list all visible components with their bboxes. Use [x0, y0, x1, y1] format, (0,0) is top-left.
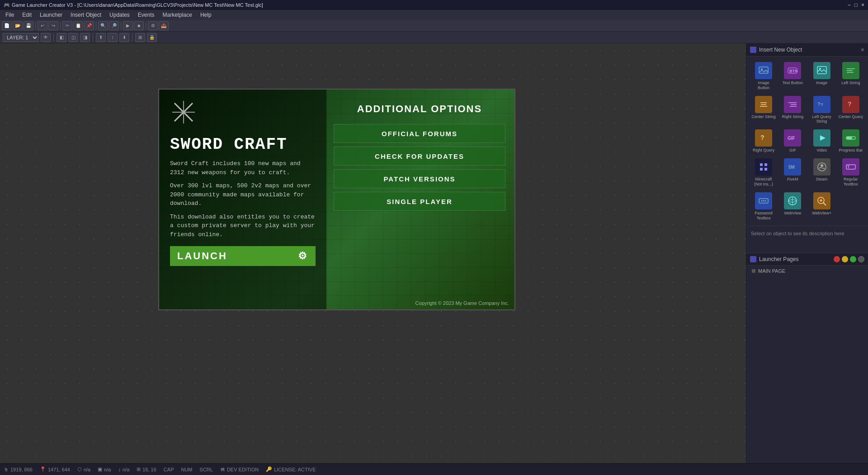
canvas-area[interactable]: SWORD CRAFT Sword Craft includes 100 new… [0, 43, 746, 463]
check-updates-button[interactable]: CHECK FOR UPDATES [334, 147, 505, 166]
password-textbox-icon [755, 192, 772, 209]
layer-select[interactable]: LAYER: 1 [3, 33, 39, 42]
launch-button[interactable]: LAUNCH ⚙ [170, 246, 316, 266]
align-center[interactable]: ◫ [68, 33, 78, 42]
svg-point-33 [821, 164, 823, 167]
obj-text-button[interactable]: BTN Text Button [779, 60, 806, 92]
align-left[interactable]: ◧ [57, 33, 66, 42]
page-main-label: MAIN PAGE [758, 268, 785, 274]
obj-left-query-string[interactable]: ?≡ Left Query String [808, 94, 835, 126]
toolbar-settings[interactable]: ⚙ [148, 21, 158, 30]
status-cursor-icon: 🖱 [4, 467, 9, 472]
obj-webview[interactable]: WebView [779, 190, 806, 223]
gif-label: GIF [789, 148, 796, 153]
obj-password-textbox[interactable]: Password Textbox [750, 190, 777, 223]
single-player-button[interactable]: SINGLE PLAYER [334, 192, 505, 211]
menu-marketplace[interactable]: Marketplace [159, 11, 196, 19]
svg-rect-30 [764, 168, 767, 171]
obj-webview-plus[interactable]: WebView+ [808, 190, 835, 223]
status-coords2: 1471, 644 [48, 467, 70, 472]
align-middle[interactable]: ↕ [108, 33, 118, 42]
obj-image[interactable]: Image [808, 60, 835, 92]
launcher-logo [170, 99, 316, 130]
lock[interactable]: 🔒 [147, 33, 157, 42]
launcher-preview[interactable]: SWORD CRAFT Sword Craft includes 100 new… [158, 89, 515, 310]
toolbar-undo[interactable]: ↩ [38, 21, 47, 30]
obj-right-string[interactable]: Right String [779, 94, 806, 126]
lp-ctrl-gray[interactable] [858, 256, 864, 262]
right-panel: Insert New Object × ImageButton [746, 43, 868, 463]
lp-ctrl-green[interactable] [850, 256, 856, 262]
menu-launcher[interactable]: Launcher [36, 11, 66, 19]
toolbar-save[interactable]: 💾 [24, 21, 33, 30]
minimize-button[interactable]: − [848, 2, 851, 8]
lp-ctrl-yellow[interactable] [842, 256, 848, 262]
image-icon [813, 62, 830, 79]
obj-right-query[interactable]: ? Right Query [750, 128, 777, 155]
toolbar-redo[interactable]: ↪ [48, 21, 58, 30]
layer-eye[interactable]: 👁 [41, 33, 51, 42]
copyright-text: Copyright © 2023 My Game Company Inc. [415, 300, 509, 306]
menu-file[interactable]: File [2, 11, 18, 19]
status-val3-icon: ↕ [118, 467, 121, 472]
obj-video[interactable]: Video [808, 128, 835, 155]
svg-text:?: ? [848, 100, 852, 108]
toolbar-zoom-out[interactable]: 🔎 [109, 21, 119, 30]
status-pos-icon: 📍 [40, 466, 46, 472]
official-forums-button[interactable]: OFFICIAL FORUMS [334, 124, 505, 143]
webview-icon [784, 192, 801, 209]
obj-center-query[interactable]: ? Center Query [837, 94, 864, 126]
text-button-icon: BTN [784, 62, 801, 79]
obj-steam[interactable]: Steam [808, 157, 835, 189]
obj-progress-bar[interactable]: Progress Bar [837, 128, 864, 155]
toolbar-copy[interactable]: 📋 [73, 21, 83, 30]
toolbar-publish[interactable]: 📤 [159, 21, 169, 30]
align-bottom[interactable]: ⬇ [119, 33, 129, 42]
obj-regular-textbox[interactable]: T Regular TextBox [837, 157, 864, 189]
status-caps: CAP [164, 467, 174, 472]
right-query-label: Right Query [753, 148, 774, 153]
steam-label: Steam [816, 177, 828, 182]
svg-point-4 [182, 111, 185, 114]
snap-grid[interactable]: ⊞ [135, 33, 145, 42]
toolbar-open[interactable]: 📂 [13, 21, 23, 30]
center-query-icon: ? [842, 96, 859, 113]
align-right[interactable]: ◨ [80, 33, 90, 42]
status-val1: n/a [84, 467, 90, 472]
close-button[interactable]: × [861, 2, 864, 8]
obj-image-button[interactable]: ImageButton [750, 60, 777, 92]
menu-updates[interactable]: Updates [106, 11, 133, 19]
lp-ctrl-red[interactable] [834, 256, 840, 262]
status-license-icon: 🔑 [266, 466, 272, 472]
toolbar-new[interactable]: 📄 [2, 21, 12, 30]
menu-edit[interactable]: Edit [19, 11, 35, 19]
svg-point-37 [761, 200, 763, 201]
align-top[interactable]: ⬆ [96, 33, 106, 42]
image-button-label: ImageButton [758, 81, 769, 90]
center-query-label: Center Query [839, 114, 863, 119]
menu-events[interactable]: Events [134, 11, 158, 19]
obj-gif[interactable]: GIF GIF [779, 128, 806, 155]
status-num: NUM [181, 467, 192, 472]
toolbar-paste[interactable]: 📌 [84, 21, 94, 30]
patch-versions-button[interactable]: PATCH VERSIONS [334, 169, 505, 188]
obj-center-string[interactable]: Center String [750, 94, 777, 126]
menu-help[interactable]: Help [197, 11, 215, 19]
fivem-icon: 5M [784, 158, 801, 176]
toolbar-cut[interactable]: ✂ [62, 21, 72, 30]
obj-minecraft[interactable]: Minecraft (Not Ins...) [750, 157, 777, 189]
status-dev-icon: 🛠 [220, 467, 225, 472]
obj-fivem[interactable]: 5M FiveM [779, 157, 806, 189]
page-main[interactable]: MAIN PAGE [746, 266, 868, 276]
menu-insert-object[interactable]: Insert Object [67, 11, 105, 19]
center-string-icon [755, 96, 772, 113]
panel-close-button[interactable]: × [861, 46, 864, 53]
toolbar-stop[interactable]: ■ [134, 21, 144, 30]
maximize-button[interactable]: □ [854, 2, 858, 8]
svg-line-43 [823, 203, 826, 205]
webview-plus-icon [813, 192, 830, 209]
status-bar: 🖱 1919, 866 📍 1471, 644 ⬡ n/a ▣ n/a ↕ n/… [0, 463, 868, 475]
toolbar-play[interactable]: ▶ [123, 21, 133, 30]
toolbar-zoom-in[interactable]: 🔍 [98, 21, 108, 30]
obj-left-string[interactable]: Left String [837, 60, 864, 92]
